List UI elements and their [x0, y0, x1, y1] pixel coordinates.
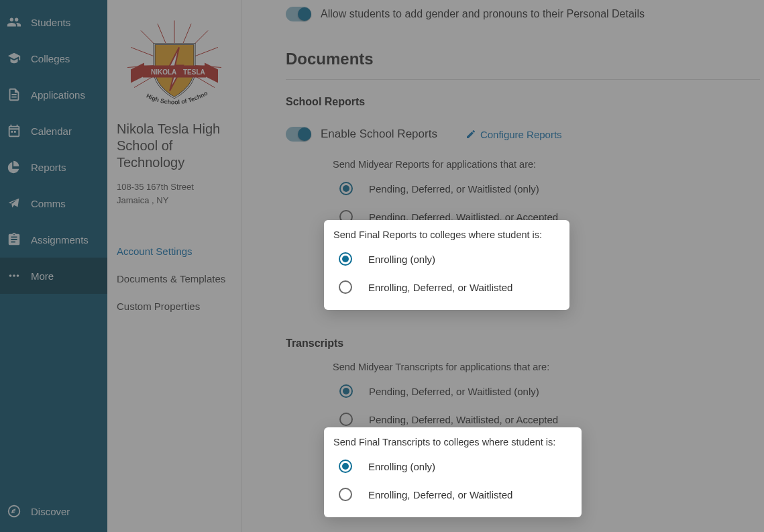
- nav-discover[interactable]: Discover: [0, 493, 107, 532]
- final-transcripts-option-1-radio[interactable]: [339, 460, 352, 473]
- school-logo: NIKOLA TESLA High School of Technology: [117, 12, 231, 113]
- colleges-icon: [7, 51, 21, 66]
- midyear-transcripts-label: Send Midyear Transcripts for application…: [333, 362, 764, 372]
- local-nav-custom-properties[interactable]: Custom Properties: [117, 292, 231, 320]
- nav-colleges-label: Colleges: [31, 53, 70, 64]
- final-reports-label: Send Final Reports to colleges where stu…: [333, 229, 557, 240]
- school-reports-heading: School Reports: [286, 96, 764, 108]
- local-nav-documents-templates[interactable]: Documents & Templates: [117, 265, 231, 292]
- midyear-transcripts-option-2-label: Pending, Deferred, Waitlisted, or Accept…: [369, 414, 558, 425]
- nav-comms-label: Comms: [31, 198, 66, 209]
- ribbon-left: NIKOLA: [151, 68, 176, 76]
- transcripts-heading: Transcripts: [286, 337, 764, 350]
- pronouns-toggle[interactable]: [286, 7, 311, 21]
- midyear-reports-label: Send Midyear Reports for applications th…: [333, 159, 764, 170]
- nav-calendar[interactable]: Calendar: [0, 113, 107, 149]
- nav-applications-label: Applications: [31, 89, 85, 101]
- nav-assignments[interactable]: Assignments: [0, 221, 107, 258]
- configure-reports-link[interactable]: Configure Reports: [466, 129, 562, 140]
- pencil-icon: [466, 129, 476, 140]
- nav-more-label: More: [31, 270, 54, 282]
- nav-reports-label: Reports: [31, 162, 66, 173]
- calendar-icon: [7, 123, 21, 138]
- nav-students-label: Students: [31, 17, 70, 28]
- nav-comms[interactable]: Comms: [0, 185, 107, 221]
- assignments-icon: [7, 232, 21, 247]
- students-icon: [7, 15, 21, 30]
- final-transcripts-card: Send Final Transcripts to colleges where…: [324, 427, 582, 517]
- final-transcripts-option-2-label: Enrolling, Deferred, or Waitlisted: [368, 489, 512, 500]
- final-reports-option-2-radio[interactable]: [339, 280, 352, 294]
- main-nav: Students Colleges Applications Calendar …: [0, 0, 107, 532]
- final-reports-option-2-label: Enrolling, Deferred, or Waitlisted: [368, 282, 512, 293]
- school-name: Nikola Tesla High School of Technology: [117, 121, 231, 171]
- school-sidebar: NIKOLA TESLA High School of Technology N…: [107, 0, 241, 532]
- pronouns-setting-row: Allow students to add gender and pronoun…: [286, 0, 764, 21]
- midyear-reports-option-1-radio[interactable]: [339, 182, 353, 195]
- nav-students[interactable]: Students: [0, 4, 107, 40]
- reports-icon: [7, 160, 21, 174]
- final-transcripts-label: Send Final Transcripts to colleges where…: [333, 437, 569, 447]
- nav-colleges[interactable]: Colleges: [0, 40, 107, 76]
- school-address: 108-35 167th Street Jamaica , NY: [117, 180, 231, 207]
- comms-icon: [7, 196, 21, 211]
- nav-more[interactable]: More: [0, 258, 107, 294]
- final-reports-card: Send Final Reports to colleges where stu…: [324, 220, 569, 310]
- nav-applications[interactable]: Applications: [0, 76, 107, 113]
- final-reports-option-1-radio[interactable]: [339, 252, 352, 266]
- final-transcripts-option-1-label: Enrolling (only): [368, 461, 435, 472]
- midyear-transcripts-option-1-radio[interactable]: [339, 384, 353, 398]
- nav-discover-label: Discover: [31, 506, 70, 517]
- final-transcripts-option-2-radio[interactable]: [339, 488, 352, 501]
- final-reports-option-1-label: Enrolling (only): [368, 254, 435, 265]
- more-icon: [7, 268, 21, 283]
- nav-reports[interactable]: Reports: [0, 149, 107, 185]
- pronouns-toggle-label: Allow students to add gender and pronoun…: [321, 8, 645, 20]
- enable-school-reports-label: Enable School Reports: [321, 127, 437, 141]
- midyear-transcripts-option-1-label: Pending, Deferred, or Waitlisted (only): [369, 386, 539, 397]
- ribbon-right: TESLA: [183, 68, 205, 76]
- midyear-reports-option-1-label: Pending, Deferred, or Waitlisted (only): [369, 183, 539, 195]
- midyear-transcripts-option-2-radio[interactable]: [339, 413, 353, 426]
- enable-school-reports-toggle[interactable]: [286, 127, 311, 142]
- nav-calendar-label: Calendar: [31, 125, 72, 137]
- local-nav-account-settings[interactable]: Account Settings: [117, 237, 231, 265]
- nav-assignments-label: Assignments: [31, 234, 89, 246]
- documents-heading: Documents: [286, 50, 760, 80]
- discover-icon: [7, 504, 21, 519]
- applications-icon: [7, 87, 21, 102]
